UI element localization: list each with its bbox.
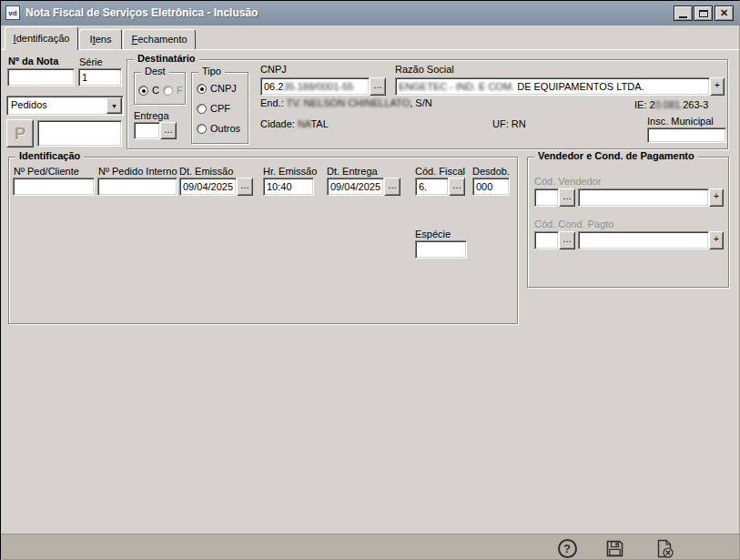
razao-social-redacted: ENGETEC - IND. E COM. bbox=[399, 81, 517, 92]
cod-cond-pagto-add-button[interactable]: + bbox=[709, 231, 724, 249]
uf-label: UF: RN bbox=[492, 118, 526, 129]
ie-clear: 263-3 bbox=[683, 99, 708, 110]
help-icon: ? bbox=[558, 539, 577, 558]
maximize-button[interactable] bbox=[694, 5, 713, 21]
ellipsis-icon: … bbox=[373, 80, 382, 90]
tab-label-rest: echamento bbox=[137, 34, 187, 45]
radio-icon bbox=[197, 104, 207, 114]
cancel-icon bbox=[654, 538, 675, 559]
insc-municipal-input[interactable] bbox=[647, 127, 726, 143]
tab-label-rest: ens bbox=[96, 34, 112, 45]
identificacao-group-title: Identificação bbox=[15, 150, 84, 161]
cod-cond-pagto-name-input[interactable] bbox=[578, 231, 709, 249]
pedidos-combobox[interactable]: Pedidos ▼ bbox=[6, 96, 124, 116]
radio-tipo-outros[interactable]: Outros bbox=[197, 123, 240, 134]
radio-tipo-cnpj[interactable]: CNPJ bbox=[197, 83, 237, 94]
radio-dest-c-label: C bbox=[152, 85, 159, 96]
help-button[interactable]: ? bbox=[556, 537, 578, 559]
ellipsis-icon: … bbox=[563, 234, 572, 244]
radio-dest-c[interactable]: C bbox=[138, 85, 159, 96]
chevron-down-icon[interactable]: ▼ bbox=[106, 97, 122, 114]
tab-label-rest: dentificação bbox=[16, 33, 70, 44]
pedidos-combobox-value: Pedidos bbox=[11, 99, 47, 110]
tipo-group-title: Tipo bbox=[198, 66, 225, 76]
pedido-interno-input[interactable] bbox=[97, 178, 177, 196]
pedido-interno-label: Nº Pedido Interno bbox=[98, 166, 177, 177]
dt-entrega-input[interactable]: 09/04/2025 bbox=[327, 178, 384, 196]
radio-icon bbox=[138, 86, 148, 96]
dest-group-title: Dest bbox=[141, 66, 169, 76]
dt-entrega-calendar-button[interactable]: … bbox=[384, 178, 400, 196]
close-button[interactable]: ✕ bbox=[715, 5, 734, 21]
insc-municipal-label: Insc. Municipal bbox=[647, 116, 714, 127]
cod-vendedor-add-button[interactable]: + bbox=[709, 188, 724, 207]
tab-fechamento[interactable]: Fechamento bbox=[123, 29, 196, 49]
radio-icon bbox=[197, 84, 207, 94]
cod-cond-pagto-lookup-button[interactable]: … bbox=[559, 231, 575, 249]
cidade-redacted: NA bbox=[298, 118, 310, 129]
radio-tipo-outros-label: Outros bbox=[210, 123, 240, 134]
radio-tipo-cpf[interactable]: CPF bbox=[197, 103, 230, 114]
cnpj-value-redacted: 35.188/0001-55 bbox=[283, 81, 353, 92]
hr-emissao-label: Hr. Emissão bbox=[263, 166, 317, 177]
ellipsis-icon: … bbox=[452, 180, 461, 190]
razao-social-input[interactable]: ENGETEC - IND. E COM. DE EQUIPAMENTOS LT… bbox=[395, 77, 710, 96]
window-title: Nota Fiscal de Serviços Eletrônica - Inc… bbox=[25, 1, 258, 25]
cnpj-value-clear: 06.2 bbox=[264, 81, 283, 92]
plus-icon: + bbox=[715, 80, 720, 90]
window: vd Nota Fiscal de Serviços Eletrônica - … bbox=[0, 0, 740, 560]
razao-social-clear: DE EQUIPAMENTOS LTDA. bbox=[517, 81, 644, 92]
dt-emissao-label: Dt. Emissão bbox=[179, 166, 233, 177]
cidade-line: Cidade:NATAL bbox=[260, 118, 329, 129]
radio-tipo-cpf-label: CPF bbox=[210, 103, 230, 114]
ellipsis-icon: … bbox=[563, 191, 572, 201]
entrega-lookup-button[interactable]: … bbox=[160, 122, 177, 139]
tab-identificacao[interactable]: Identificação bbox=[5, 26, 78, 50]
p-aux-input[interactable] bbox=[37, 120, 122, 147]
cod-fiscal-input[interactable]: 6. bbox=[415, 178, 449, 196]
desdob-input[interactable]: 000 bbox=[472, 178, 510, 196]
hr-emissao-input[interactable]: 10:40 bbox=[263, 178, 314, 196]
endereco-clear: , S/N bbox=[410, 97, 431, 108]
app-icon: vd bbox=[5, 5, 20, 20]
vendedor-group-title: Vendedor e Cond. de Pagamento bbox=[534, 150, 698, 161]
radio-dest-f[interactable]: F bbox=[163, 85, 183, 96]
ie-line: IE: 20.081.263-3 bbox=[634, 99, 708, 110]
nota-label: Nº da Nota bbox=[8, 56, 58, 66]
endereco-redacted: TV. NELSON CHINELLATO bbox=[287, 97, 411, 108]
especie-label: Espécie bbox=[415, 229, 451, 239]
cod-vendedor-lookup-button[interactable]: … bbox=[559, 188, 575, 207]
dt-emissao-input[interactable]: 09/04/2025 bbox=[179, 178, 237, 196]
save-button[interactable] bbox=[603, 537, 625, 559]
cancel-button[interactable] bbox=[654, 537, 675, 559]
razao-social-add-button[interactable]: + bbox=[710, 77, 725, 96]
cnpj-lookup-button[interactable]: … bbox=[370, 77, 386, 96]
cidade-clear: TAL bbox=[310, 118, 328, 129]
p-button[interactable]: P bbox=[6, 119, 34, 148]
dt-emissao-calendar-button[interactable]: … bbox=[237, 178, 253, 196]
especie-input[interactable] bbox=[415, 240, 467, 259]
ped-cliente-input[interactable] bbox=[13, 178, 95, 196]
ped-cliente-label: Nº Ped/Cliente bbox=[14, 166, 79, 177]
endereco-label: End.: bbox=[260, 97, 284, 108]
cod-vendedor-label: Cód. Vendedor bbox=[534, 176, 601, 187]
plus-icon: + bbox=[714, 191, 719, 201]
plus-icon: + bbox=[714, 234, 719, 244]
cod-fiscal-lookup-button[interactable]: … bbox=[449, 178, 465, 196]
cnpj-input[interactable]: 06.235.188/0001-55 bbox=[260, 77, 370, 96]
cod-fiscal-label: Cód. Fiscal bbox=[415, 166, 465, 177]
nota-input[interactable] bbox=[7, 68, 75, 87]
radio-icon bbox=[163, 86, 173, 96]
minimize-button[interactable] bbox=[674, 5, 693, 21]
radio-dest-f-label: F bbox=[177, 85, 183, 96]
tab-itens[interactable]: Itens bbox=[79, 29, 122, 49]
cod-cond-pagto-code-input[interactable] bbox=[534, 231, 559, 249]
cod-vendedor-code-input[interactable] bbox=[534, 188, 559, 207]
cnpj-label: CNPJ bbox=[260, 64, 287, 75]
serie-input[interactable]: 1 bbox=[78, 68, 122, 87]
cod-vendedor-name-input[interactable] bbox=[578, 188, 709, 207]
radio-tipo-cnpj-label: CNPJ bbox=[210, 83, 237, 94]
entrega-input[interactable] bbox=[134, 122, 160, 139]
cod-cond-pagto-label: Cód. Cond. Pagto bbox=[534, 219, 613, 229]
destinatario-group-title: Destinatário bbox=[134, 53, 199, 64]
